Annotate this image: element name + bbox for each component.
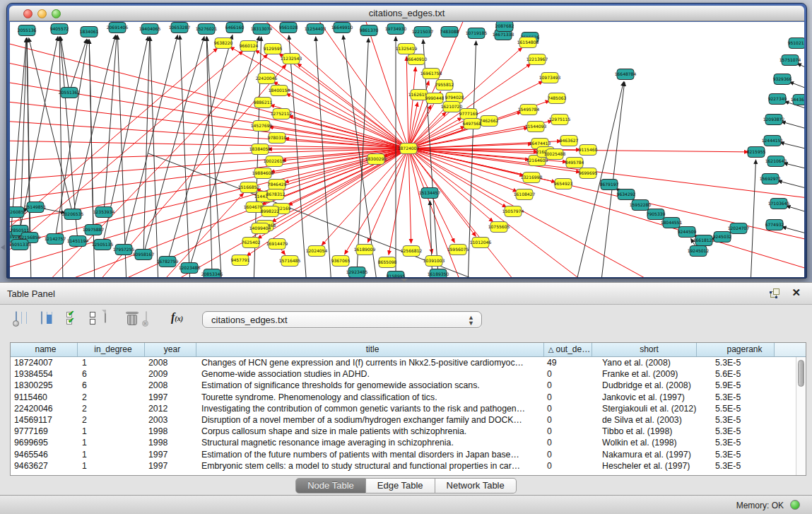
graph-node[interactable]: 8678312 xyxy=(266,189,286,200)
vertical-scrollbar[interactable] xyxy=(796,357,806,475)
graph-node[interactable]: 12975115 xyxy=(549,115,571,125)
graph-edge[interactable] xyxy=(180,35,190,277)
graph-edge[interactable] xyxy=(408,148,411,243)
graph-node[interactable]: 16210643 xyxy=(765,156,787,167)
graph-node[interactable]: 18044551 xyxy=(661,218,683,228)
graph-node[interactable]: 17957255 xyxy=(113,245,135,255)
graph-node[interactable]: 12213967 xyxy=(526,54,548,65)
graph-node[interactable]: 12752112 xyxy=(271,109,293,119)
graph-node[interactable]: 8215955 xyxy=(747,147,766,158)
graph-node[interactable]: 18313074 xyxy=(251,24,273,35)
graph-node[interactable]: 14099404 xyxy=(249,223,271,234)
import-table-button[interactable]: ✕ xyxy=(146,312,147,325)
graph-node[interactable]: 9634292 xyxy=(617,189,636,200)
tab-edge-table[interactable]: Edge Table xyxy=(366,478,435,493)
graph-node[interactable]: 12024054 xyxy=(306,246,328,257)
graph-edge[interactable] xyxy=(124,35,177,250)
window-title-bar[interactable]: citations_edges.txt xyxy=(9,6,804,21)
column-header-in_degree[interactable]: in_degree xyxy=(78,343,145,356)
graph-node[interactable]: 9115460 xyxy=(579,145,598,156)
tab-node-table[interactable]: Node Table xyxy=(295,478,366,493)
network-canvas[interactable]: 2055136940557218340612069140619404065106… xyxy=(10,22,804,277)
graph-edge[interactable] xyxy=(69,39,87,93)
graph-node[interactable]: 6497568 xyxy=(463,119,482,129)
graph-edge[interactable] xyxy=(314,22,408,148)
graph-node[interactable]: 9654923 xyxy=(554,179,573,189)
graph-node[interactable]: 11254403 xyxy=(305,24,326,35)
graph-node[interactable]: 11012046 xyxy=(470,238,492,248)
graph-node[interactable]: 10975887 xyxy=(83,225,105,235)
graph-node[interactable]: 12444151 xyxy=(762,136,784,146)
graph-node[interactable]: 9861370 xyxy=(360,25,379,36)
graph-node[interactable]: 10958167 xyxy=(133,250,155,260)
graph-edge[interactable] xyxy=(279,54,408,148)
hide-panel-arrow-icon[interactable] xyxy=(1,245,5,250)
graph-node[interactable]: 9777169 xyxy=(459,109,478,119)
graph-edge[interactable] xyxy=(273,82,408,148)
graph-node[interactable]: 7485063 xyxy=(548,93,567,104)
graph-edge[interactable] xyxy=(29,38,73,214)
graph-edge[interactable] xyxy=(408,148,493,222)
graph-node[interactable]: 9699695 xyxy=(579,168,598,179)
graph-node[interactable]: 9660124 xyxy=(240,41,259,52)
graph-node[interactable]: 8655098 xyxy=(378,257,397,268)
graph-node[interactable]: 19734930 xyxy=(385,24,407,35)
graph-node[interactable]: 9457791 xyxy=(231,255,250,266)
create-table-button[interactable] xyxy=(105,310,106,323)
graph-edge[interactable] xyxy=(787,206,804,214)
graph-node[interactable]: 15716485 xyxy=(279,256,301,267)
graph-edge[interactable] xyxy=(143,37,204,255)
graph-node[interactable]: 9886211 xyxy=(254,98,273,108)
graph-node[interactable]: 15276021 xyxy=(196,24,218,35)
graph-node[interactable]: 12923485 xyxy=(346,267,368,278)
graph-node[interactable]: 14436120 xyxy=(791,95,804,105)
graph-edge[interactable] xyxy=(780,143,804,151)
graph-node[interactable]: 19404065 xyxy=(139,24,161,35)
graph-node[interactable]: 12142757 xyxy=(45,234,66,245)
graph-node[interactable]: 18300295 xyxy=(365,154,387,165)
graph-node[interactable]: 20206535 xyxy=(62,209,84,220)
graph-node[interactable]: 10025488 xyxy=(544,149,566,160)
graph-node[interactable]: 8998222 xyxy=(261,206,280,217)
column-header-pagerank[interactable]: pagerank xyxy=(697,343,775,356)
graph-edge[interactable] xyxy=(784,163,804,170)
graph-node[interactable]: 6774932 xyxy=(765,220,784,230)
graph-node[interactable]: 11325419 xyxy=(396,44,418,54)
graph-node[interactable]: 1834061 xyxy=(80,27,99,37)
graph-node[interactable]: 15692971 xyxy=(760,174,782,185)
table-row[interactable]: 1456911722003Disruption of a novel membe… xyxy=(11,414,806,426)
graph-node[interactable]: 6466160 xyxy=(225,23,245,33)
graph-node[interactable]: 12023488 xyxy=(179,263,201,274)
graph-edge[interactable] xyxy=(357,38,368,272)
graph-node[interactable]: 16782759 xyxy=(157,257,179,267)
table-row[interactable]: 1830029562008Estimation of significance … xyxy=(11,380,806,391)
graph-node[interactable]: 8158995 xyxy=(387,271,406,278)
graph-node[interactable]: 11544093 xyxy=(525,122,547,132)
graph-node[interactable]: 10755605 xyxy=(488,222,510,233)
table-row[interactable]: 946362711997Embryonic stem cells: a mode… xyxy=(11,460,806,472)
graph-node[interactable]: 16648784 xyxy=(615,69,637,80)
graph-edge[interactable] xyxy=(789,82,804,91)
graph-node[interactable]: 9463627 xyxy=(560,136,579,146)
graph-node[interactable]: 14527699 xyxy=(251,121,273,132)
graph-node[interactable]: 16108427 xyxy=(514,189,536,200)
graph-node[interactable]: 18724007 xyxy=(398,144,420,154)
graph-node[interactable]: 7462662 xyxy=(480,116,499,127)
graph-node[interactable]: 20551362 xyxy=(59,88,81,98)
column-header-title[interactable]: title xyxy=(196,343,544,356)
graph-node[interactable]: 9780310 xyxy=(268,133,287,144)
graph-node[interactable]: 15495784 xyxy=(518,105,540,115)
column-header-short[interactable]: short xyxy=(592,343,697,356)
graph-edge[interactable] xyxy=(797,64,804,71)
graph-edge[interactable] xyxy=(782,122,804,131)
graph-node[interactable]: 17103645 xyxy=(768,199,790,209)
table-row[interactable]: 977716911998Corpus callosum shape and si… xyxy=(11,426,806,437)
graph-node[interactable]: 7955812 xyxy=(435,80,454,90)
graph-edge[interactable] xyxy=(143,37,150,255)
graph-node[interactable]: 18400154 xyxy=(269,86,290,96)
graph-node[interactable]: 15952280 xyxy=(630,200,652,211)
table-row[interactable]: 911546021997Tourette syndrome. Phenomeno… xyxy=(11,392,806,403)
graph-node[interactable]: 9510213 xyxy=(788,38,804,49)
graph-node[interactable]: 7625402 xyxy=(242,238,261,248)
table-row[interactable]: 1938455462009Genome-wide association stu… xyxy=(11,368,806,380)
